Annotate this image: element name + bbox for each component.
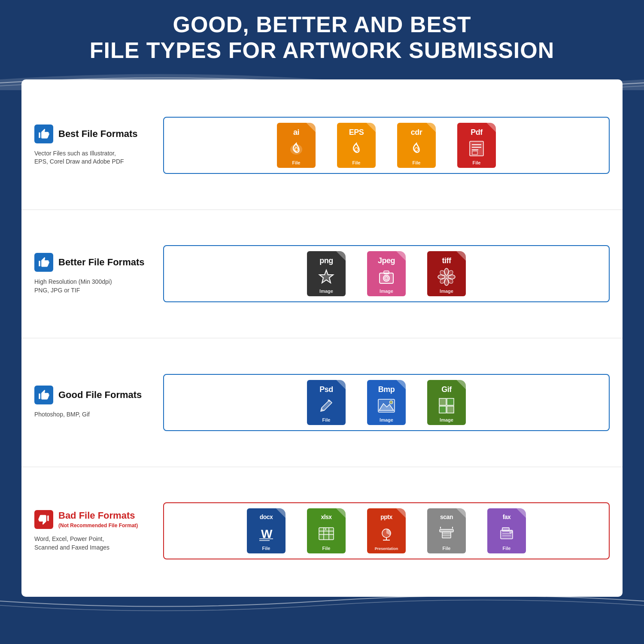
sep2 <box>21 338 623 338</box>
file-docx-shape: docx W File <box>247 508 286 553</box>
thumbs-up-icon <box>38 128 50 140</box>
row-bad-label-box: Bad File Formats (Not Recommended File F… <box>34 510 155 529</box>
file-eps-label: File <box>352 160 361 165</box>
file-fax: fax File <box>483 508 530 553</box>
file-scan-graphic <box>437 524 456 543</box>
svg-rect-27 <box>439 398 446 405</box>
svg-point-1 <box>295 148 298 151</box>
file-ai-graphic <box>287 139 306 158</box>
good-files: Psd File Bmp <box>163 374 610 431</box>
svg-rect-8 <box>472 151 477 155</box>
file-cdr-shape: cdr File <box>397 123 436 168</box>
jpeg-camera-icon <box>378 269 395 285</box>
file-tiff-ext: tiff <box>442 256 451 265</box>
sep3 <box>21 467 623 467</box>
best-title: Best File Formats <box>58 128 138 140</box>
pptx-ppt-icon <box>378 526 395 542</box>
thumbs-up-icon-3 <box>38 389 50 401</box>
file-png: png Image <box>303 251 350 296</box>
svg-rect-44 <box>442 532 451 538</box>
row-good-label-box: Good File Formats <box>34 386 155 404</box>
file-xlsx: xlsx X File <box>303 508 350 553</box>
file-scan-ext: scan <box>440 513 453 520</box>
svg-rect-11 <box>384 271 389 274</box>
ai-pen-icon <box>288 140 305 157</box>
file-tiff-graphic <box>437 267 456 286</box>
file-gif-ext: Gif <box>441 385 452 394</box>
file-bmp-shape: Bmp Image <box>367 380 406 425</box>
file-fax-label: File <box>503 546 511 551</box>
file-cdr: cdr File <box>393 123 440 168</box>
file-cdr-graphic <box>407 139 426 158</box>
gif-grid-icon <box>437 397 456 415</box>
file-eps: EPS File <box>333 123 380 168</box>
bad-thumb-icon <box>34 510 53 529</box>
file-psd-shape: Psd File <box>307 380 346 425</box>
tiff-flower-icon <box>437 267 456 286</box>
xlsx-excel-icon: X <box>318 525 335 541</box>
file-fax-ext: fax <box>503 513 511 520</box>
row-bad: Bad File Formats (Not Recommended File F… <box>34 474 610 589</box>
png-star-icon <box>317 267 336 286</box>
file-eps-graphic <box>347 139 366 158</box>
file-bmp-ext: Bmp <box>378 385 395 394</box>
file-png-label: Image <box>319 289 333 294</box>
file-jpeg-shape: Jpeg Image <box>367 251 406 296</box>
good-title: Good File Formats <box>58 389 142 401</box>
bad-title-block: Bad File Formats (Not Recommended File F… <box>58 510 138 529</box>
bad-title-sub: (Not Recommended File Format) <box>58 522 138 529</box>
bad-title: Bad File Formats <box>58 510 135 521</box>
better-title: Better File Formats <box>58 257 145 268</box>
file-jpeg: Jpeg Image <box>363 251 410 296</box>
file-scan-label: File <box>443 546 451 551</box>
file-gif-label: Image <box>440 417 453 422</box>
file-bmp: Bmp Image <box>363 380 410 425</box>
svg-text:X: X <box>325 528 327 531</box>
svg-marker-9 <box>319 270 333 283</box>
bad-files: docx W File xlsx <box>163 502 610 559</box>
file-cdr-ext: cdr <box>411 128 422 137</box>
file-jpeg-label: Image <box>380 289 393 294</box>
better-subtitle: High Resolution (Min 300dpi)PNG, JPG or … <box>34 278 155 295</box>
file-pdf-label: File <box>473 160 481 165</box>
good-subtitle: Photoshop, BMP, Gif <box>34 410 155 419</box>
svg-rect-43 <box>440 529 453 532</box>
file-png-ext: png <box>319 256 333 265</box>
row-best-label-box: Best File Formats <box>34 125 155 143</box>
svg-point-26 <box>389 401 393 404</box>
file-pdf-shape: Pdf File <box>457 123 496 168</box>
best-thumb-icon <box>34 125 53 143</box>
file-bmp-label: Image <box>380 417 393 422</box>
svg-point-3 <box>415 148 418 151</box>
bmp-mountain-icon <box>377 398 395 414</box>
header-title: GOOD, BETTER AND BEST FILE TYPES FOR ART… <box>90 12 555 64</box>
psd-brush-icon <box>317 397 335 415</box>
svg-rect-28 <box>447 398 454 405</box>
file-ai-label: File <box>292 160 301 165</box>
row-best: Best File Formats Vector Files such as I… <box>34 88 610 203</box>
better-files: png Image Jpeg <box>163 245 610 302</box>
header: GOOD, BETTER AND BEST FILE TYPES FOR ART… <box>0 0 644 75</box>
good-thumb-icon <box>34 386 53 404</box>
best-subtitle: Vector Files such as Illustrator,EPS, Co… <box>34 149 155 166</box>
header-line1: GOOD, BETTER AND BEST <box>90 12 555 38</box>
file-jpeg-ext: Jpeg <box>378 256 395 265</box>
file-pdf: Pdf File <box>453 123 500 168</box>
file-fax-shape: fax File <box>487 508 526 553</box>
file-tiff-label: Image <box>440 289 453 294</box>
file-ai-shape: ai File <box>277 123 316 168</box>
cdr-pen-icon <box>408 140 425 157</box>
file-psd-ext: Psd <box>319 385 333 394</box>
thumbs-down-icon <box>38 513 50 526</box>
file-docx-ext: docx <box>260 513 273 520</box>
better-thumb-icon <box>34 253 53 272</box>
pdf-doc-icon <box>468 140 485 157</box>
svg-point-53 <box>510 531 512 533</box>
file-docx: docx W File <box>243 508 290 553</box>
file-bmp-graphic <box>377 396 396 415</box>
svg-rect-30 <box>447 406 454 413</box>
row-better-left: Better File Formats High Resolution (Min… <box>34 253 163 295</box>
file-pptx-graphic <box>377 524 396 543</box>
file-scan-shape: scan File <box>427 508 466 553</box>
file-ai: ai File <box>273 123 320 168</box>
